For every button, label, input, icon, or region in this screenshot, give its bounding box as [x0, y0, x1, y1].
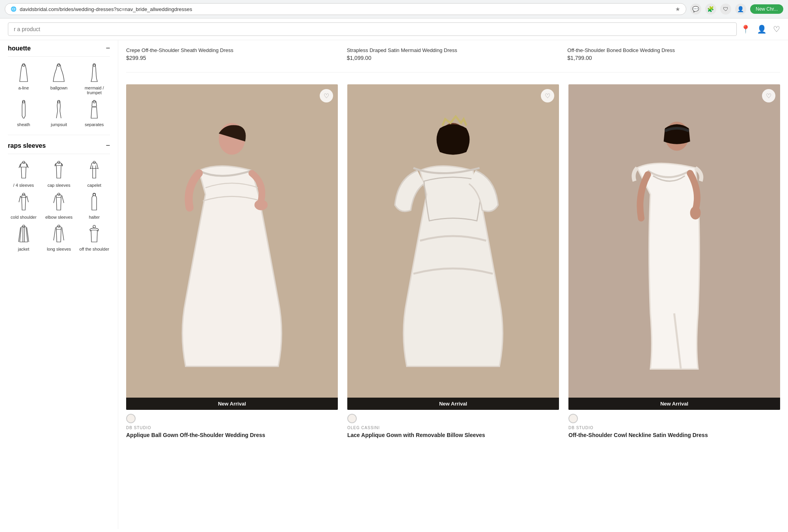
sidebar: houette − a-line [0, 40, 118, 529]
halter-icon [86, 192, 102, 213]
wishlist-btn-1[interactable]: ♡ [320, 89, 333, 102]
mermaid-icon [86, 62, 102, 84]
sheath-icon [16, 99, 32, 121]
profile-icon[interactable]: 👤 [735, 4, 746, 15]
sleeve-item-quarter[interactable]: / 4 sleeves [8, 160, 39, 188]
new-arrival-badge-1: New Arrival [126, 398, 338, 410]
top-product-3-name: Off-the-Shoulder Boned Bodice Wedding Dr… [567, 47, 780, 53]
product-card-2[interactable]: ♡ New Arrival OLEG CASSINI Lace Applique… [347, 84, 559, 439]
account-icon[interactable]: 👤 [757, 24, 767, 34]
url-text: davidsbridal.com/brides/wedding-dresses?… [20, 6, 672, 12]
aline-label: a-line [18, 86, 29, 90]
sidebar-divider-1 [8, 135, 110, 135]
jacket-label: jacket [18, 247, 29, 251]
off-shoulder-icon [86, 223, 102, 245]
aline-icon [16, 62, 32, 84]
top-product-2[interactable]: Strapless Draped Satin Mermaid Wedding D… [347, 44, 560, 64]
color-swatch-1[interactable] [126, 414, 136, 423]
sleeve-item-cap[interactable]: cap sleeves [43, 160, 75, 188]
product-image-3: ♡ New Arrival [568, 84, 780, 410]
silhouette-item-ballgown[interactable]: ballgown [43, 62, 75, 95]
prod-name-3: Off-the-Shoulder Cowl Neckline Satin Wed… [568, 432, 780, 439]
svg-point-14 [93, 225, 95, 228]
sleeve-item-capelet[interactable]: capelet [78, 160, 110, 188]
silhouette-item-jumpsuit[interactable]: jumpsuit [43, 99, 75, 127]
sleeves-grid: / 4 sleeves cap sleeves [8, 160, 110, 251]
straps-filter-title[interactable]: raps sleeves − [8, 141, 110, 154]
products-area: Crepe Off-the-Shoulder Sheath Wedding Dr… [118, 40, 788, 529]
color-swatch-3[interactable] [568, 414, 578, 423]
new-chrome-button[interactable]: New Chr... [750, 4, 783, 14]
site-icon: 🌐 [11, 6, 17, 12]
search-input[interactable] [8, 22, 737, 36]
wishlist-header-icon[interactable]: ♡ [773, 24, 780, 34]
sleeve-item-halter[interactable]: halter [78, 192, 110, 219]
shield-icon[interactable]: 🛡 [720, 4, 731, 15]
sleeve-item-jacket[interactable]: jacket [8, 223, 39, 251]
cap-sleeves-label: cap sleeves [47, 183, 70, 188]
bookmark-icon[interactable]: ★ [675, 6, 680, 12]
svg-point-1 [58, 63, 60, 66]
long-sleeves-label: long sleeves [47, 247, 71, 251]
top-product-2-price: $1,099.00 [347, 55, 560, 61]
dress-placeholder-1 [126, 84, 338, 410]
color-swatch-2[interactable] [347, 414, 357, 423]
silhouette-item-separates[interactable]: separates [78, 99, 110, 127]
separates-label: separates [85, 122, 104, 127]
ballgown-icon [51, 62, 67, 84]
straps-collapse-icon[interactable]: − [106, 141, 110, 150]
site-header: 📍 👤 ♡ [0, 19, 788, 40]
extensions-icon[interactable]: 🧩 [705, 4, 716, 15]
separates-icon [86, 99, 102, 121]
svg-point-0 [22, 63, 25, 66]
top-product-1-name: Crepe Off-the-Shoulder Sheath Wedding Dr… [126, 47, 339, 53]
wishlist-btn-2[interactable]: ♡ [541, 89, 554, 102]
cap-sleeves-icon [51, 160, 67, 181]
silhouette-label: houette [8, 45, 31, 52]
browser-toolbar: 💬 🧩 🛡 👤 New Chr... [690, 4, 783, 15]
capelet-icon [86, 160, 102, 181]
location-icon[interactable]: 📍 [741, 24, 751, 34]
top-product-2-name: Strapless Draped Satin Mermaid Wedding D… [347, 47, 560, 53]
product-card-3[interactable]: ♡ New Arrival DB STUDIO Off-the-Shoulder… [568, 84, 780, 439]
off-shoulder-label: off the shoulder [79, 247, 109, 251]
prod-name-1: Applique Ball Gown Off-the-Shoulder Wedd… [126, 432, 338, 439]
color-swatch-row-1 [126, 410, 338, 426]
top-product-3[interactable]: Off-the-Shoulder Boned Bodice Wedding Dr… [567, 44, 780, 64]
top-product-1[interactable]: Crepe Off-the-Shoulder Sheath Wedding Dr… [126, 44, 339, 64]
straps-filter-section: raps sleeves − / 4 sleeves [8, 141, 110, 251]
silhouette-item-sheath[interactable]: sheath [8, 99, 39, 127]
sheath-label: sheath [17, 122, 30, 127]
color-swatch-row-3 [568, 410, 780, 426]
product-card-1[interactable]: ♡ New Arrival DB STUDIO Applique Ball Go… [126, 84, 338, 439]
whatsapp-icon[interactable]: 💬 [690, 4, 701, 15]
quarter-sleeves-label: / 4 sleeves [13, 183, 34, 188]
top-product-1-price: $299.95 [126, 55, 339, 61]
sleeve-item-cold-shoulder[interactable]: cold shoulder [8, 192, 39, 219]
product-image-2: ♡ New Arrival [347, 84, 559, 410]
sleeve-item-elbow[interactable]: elbow sleeves [43, 192, 75, 219]
silhouette-filter-title[interactable]: houette − [8, 44, 110, 57]
new-arrival-badge-2: New Arrival [347, 398, 559, 410]
browser-chrome: 🌐 davidsbridal.com/brides/wedding-dresse… [0, 0, 788, 19]
long-sleeves-icon [51, 223, 67, 245]
svg-point-16 [255, 199, 268, 210]
prod-name-2: Lace Applique Gown with Removable Billow… [347, 432, 559, 439]
url-bar[interactable]: 🌐 davidsbridal.com/brides/wedding-dresse… [5, 3, 686, 15]
header-icons: 📍 👤 ♡ [741, 24, 780, 34]
sleeve-item-long[interactable]: long sleeves [43, 223, 75, 251]
wishlist-btn-3[interactable]: ♡ [762, 89, 775, 102]
silhouette-item-aline[interactable]: a-line [8, 62, 39, 95]
cold-shoulder-icon [16, 192, 32, 213]
sleeve-item-off-shoulder[interactable]: off the shoulder [78, 223, 110, 251]
jumpsuit-icon [51, 99, 67, 121]
new-arrival-badge-3: New Arrival [568, 398, 780, 410]
svg-point-19 [690, 206, 701, 219]
silhouette-collapse-icon[interactable]: − [106, 44, 110, 52]
silhouette-filter-section: houette − a-line [8, 44, 110, 127]
dress-placeholder-3 [568, 84, 780, 410]
svg-point-5 [93, 100, 95, 103]
silhouette-grid: a-line ballgown [8, 62, 110, 127]
silhouette-item-mermaid[interactable]: mermaid / trumpet [78, 62, 110, 95]
top-product-3-price: $1,799.00 [567, 55, 780, 61]
